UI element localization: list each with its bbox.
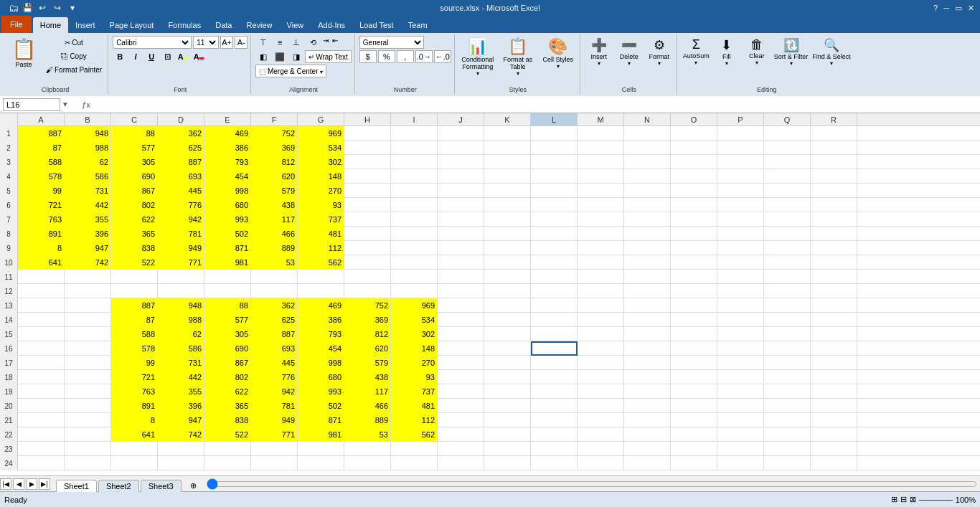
cell[interactable] xyxy=(65,298,111,313)
cell[interactable] xyxy=(671,169,717,184)
cell-reference-box[interactable] xyxy=(3,98,60,111)
cell[interactable] xyxy=(438,384,484,399)
tab-insert[interactable]: Insert xyxy=(68,17,103,33)
cell[interactable] xyxy=(624,327,671,341)
cell[interactable] xyxy=(578,399,624,413)
cell[interactable] xyxy=(624,413,671,427)
cell[interactable] xyxy=(18,442,65,456)
cell[interactable] xyxy=(717,198,764,212)
cell[interactable] xyxy=(391,126,438,141)
tab-data[interactable]: Data xyxy=(208,17,239,33)
increase-font-btn[interactable]: A+ xyxy=(220,36,233,49)
cell[interactable] xyxy=(298,270,344,284)
cell[interactable] xyxy=(438,169,484,184)
cell[interactable] xyxy=(717,341,764,356)
cell-styles-btn[interactable]: 🎨 Cell Styles ▾ xyxy=(540,36,577,71)
cell[interactable] xyxy=(764,169,811,184)
page-break-preview-btn[interactable]: ⊠ xyxy=(910,495,916,504)
cell[interactable] xyxy=(671,184,717,198)
cell[interactable] xyxy=(717,313,764,327)
qa-dropdown[interactable]: ▾ xyxy=(66,1,79,14)
cell[interactable]: 396 xyxy=(65,227,111,241)
cell[interactable] xyxy=(344,184,391,198)
cell[interactable]: 721 xyxy=(18,198,65,212)
cell[interactable] xyxy=(531,270,578,284)
minimize-btn[interactable]: ─ xyxy=(943,4,949,13)
cell[interactable] xyxy=(811,456,857,470)
col-header-b[interactable]: B xyxy=(65,113,111,126)
cell[interactable]: 838 xyxy=(204,413,251,427)
cell[interactable] xyxy=(344,198,391,212)
col-header-h[interactable]: H xyxy=(344,113,391,126)
cell[interactable]: 62 xyxy=(65,155,111,169)
cell[interactable] xyxy=(717,413,764,427)
cell[interactable] xyxy=(391,456,438,470)
col-header-k[interactable]: K xyxy=(484,113,531,126)
italic-button[interactable]: I xyxy=(128,50,143,63)
align-left-btn[interactable]: ◧ xyxy=(255,50,271,63)
sheet-tab-3[interactable]: Sheet3 xyxy=(141,480,182,492)
cell[interactable]: 776 xyxy=(158,198,204,212)
cell[interactable]: 534 xyxy=(391,313,438,327)
cell[interactable]: 680 xyxy=(298,370,344,384)
cell[interactable] xyxy=(298,442,344,456)
cell[interactable]: 988 xyxy=(65,141,111,155)
cell[interactable] xyxy=(578,427,624,442)
tab-team[interactable]: Team xyxy=(401,17,435,33)
cell[interactable] xyxy=(65,313,111,327)
cell[interactable] xyxy=(438,184,484,198)
cell[interactable] xyxy=(811,198,857,212)
autosum-btn[interactable]: Σ AutoSum ▾ xyxy=(682,36,711,67)
cell[interactable] xyxy=(578,227,624,241)
cell[interactable] xyxy=(671,227,717,241)
cell[interactable]: 442 xyxy=(158,370,204,384)
cell[interactable] xyxy=(484,212,531,227)
cell[interactable] xyxy=(484,255,531,270)
col-header-g[interactable]: G xyxy=(298,113,344,126)
cell[interactable]: 947 xyxy=(65,241,111,255)
cell[interactable] xyxy=(111,284,158,298)
cell[interactable] xyxy=(578,384,624,399)
cell[interactable] xyxy=(764,212,811,227)
cell[interactable]: 365 xyxy=(111,227,158,241)
cell[interactable] xyxy=(624,384,671,399)
cell[interactable] xyxy=(671,413,717,427)
cell[interactable] xyxy=(531,141,578,155)
cell[interactable] xyxy=(531,227,578,241)
col-header-o[interactable]: O xyxy=(671,113,717,126)
cell[interactable] xyxy=(484,298,531,313)
cell[interactable] xyxy=(438,298,484,313)
cell[interactable] xyxy=(18,384,65,399)
cell[interactable] xyxy=(624,456,671,470)
cell[interactable]: 871 xyxy=(298,413,344,427)
cell[interactable] xyxy=(671,270,717,284)
cell[interactable] xyxy=(764,155,811,169)
cell[interactable] xyxy=(484,413,531,427)
cell[interactable] xyxy=(717,227,764,241)
redo-btn[interactable]: ↪ xyxy=(51,1,64,14)
cell[interactable] xyxy=(624,370,671,384)
format-painter-button[interactable]: 🖌 Format Painter xyxy=(43,63,105,76)
cell[interactable] xyxy=(484,227,531,241)
cell[interactable] xyxy=(18,399,65,413)
cell[interactable]: 998 xyxy=(204,184,251,198)
cell[interactable] xyxy=(764,313,811,327)
cell[interactable] xyxy=(65,356,111,370)
cell[interactable]: 355 xyxy=(65,212,111,227)
cell[interactable] xyxy=(531,456,578,470)
cell[interactable] xyxy=(18,413,65,427)
cell[interactable] xyxy=(484,427,531,442)
cell[interactable] xyxy=(624,169,671,184)
cell[interactable] xyxy=(578,126,624,141)
cell[interactable] xyxy=(65,427,111,442)
cell[interactable]: 812 xyxy=(251,155,298,169)
cell[interactable] xyxy=(811,370,857,384)
tab-page-layout[interactable]: Page Layout xyxy=(103,17,161,33)
cell[interactable] xyxy=(18,427,65,442)
col-header-f[interactable]: F xyxy=(251,113,298,126)
cell[interactable] xyxy=(624,442,671,456)
cell[interactable]: 442 xyxy=(65,198,111,212)
cell[interactable]: 481 xyxy=(391,399,438,413)
cell[interactable] xyxy=(764,370,811,384)
prev-sheet-btn[interactable]: ◀ xyxy=(13,478,24,490)
